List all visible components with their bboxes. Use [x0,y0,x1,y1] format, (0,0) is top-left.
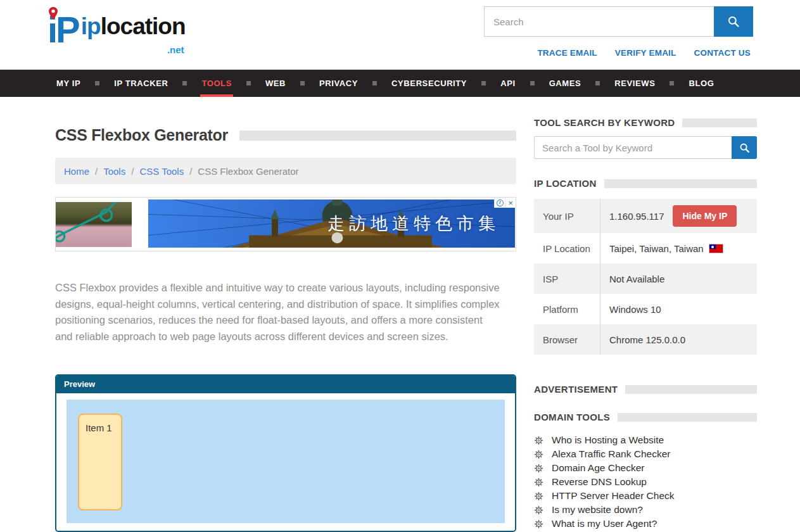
ad-image-right[interactable]: 走訪地道特色市集 [148,200,515,248]
table-row: Your IP 1.160.95.117 Hide My IP [534,199,757,233]
tool-search-button[interactable] [732,136,757,159]
nav-separator [372,81,377,86]
domain-tools-heading: DOMAIN TOOLS [534,412,757,422]
nav-item-reviews[interactable]: REVIEWS [613,70,656,97]
page-title: CSS Flexbox Generator [55,126,228,144]
row-value: 1.160.95.117 Hide My IP [600,205,757,227]
ad-image-left[interactable] [56,202,132,247]
site-logo[interactable]: iP iplocation .net [48,5,186,63]
main-column: CSS Flexbox Generator Home / Tools / CSS… [55,97,516,532]
platform-value: Windows 10 [609,304,661,315]
nav-separator [300,81,305,86]
tool-description: CSS Flexbox provides a flexible and intu… [55,280,502,345]
row-value: Windows 10 [600,304,757,315]
nav-separator [246,81,251,86]
nav-item-web[interactable]: WEB [264,70,287,97]
ad-route-art [56,202,132,247]
tool-search-input[interactable] [534,136,732,159]
gear-icon [534,491,543,501]
breadcrumb-css-tools[interactable]: CSS Tools [139,166,184,177]
contact-us-link[interactable]: CONTACT US [694,48,751,58]
list-item: Is my website down? [534,503,757,517]
trace-email-link[interactable]: TRACE EMAIL [537,48,597,58]
isp-value: Not Available [609,274,664,284]
domain-tool-link[interactable]: Alexa Traffic Rank Checker [552,448,671,460]
advertisement-heading: ADVERTISEMENT [534,384,757,395]
row-label: IP Location [534,233,600,263]
row-value: Chrome 125.0.0.0 [600,334,757,345]
breadcrumb-home[interactable]: Home [64,166,89,177]
row-label: Your IP [534,199,600,233]
gear-icon [534,464,543,473]
domain-tool-link[interactable]: Domain Age Checker [552,462,644,474]
domain-tool-link[interactable]: Reverse DNS Lookup [552,476,647,488]
flex-preview-item[interactable]: Item 1 [78,414,122,510]
row-label: Platform [534,294,600,324]
taiwan-flag-icon [709,244,723,253]
breadcrumb-separator: / [95,166,98,177]
nav-item-my-ip[interactable]: MY IP [55,70,82,97]
ip-location-table: Your IP 1.160.95.117 Hide My IP IP Locat… [534,199,757,355]
nav-separator [481,81,486,86]
domain-tool-link[interactable]: Is my website down? [552,504,643,516]
ad-banner[interactable]: 走訪地道特色市集 i × [55,197,516,251]
nav-separator [530,81,535,86]
table-row: Browser Chrome 125.0.0.0 [534,324,757,355]
tool-search-heading: TOOL SEARCH BY KEYWORD [534,117,757,128]
header-search-input[interactable] [484,6,714,37]
row-label: ISP [534,263,600,294]
preview-header: Preview [56,376,515,393]
breadcrumb-separator: / [189,166,192,177]
list-item: What is my User Agent? [534,517,757,531]
breadcrumb-tools[interactable]: Tools [103,166,125,177]
preview-card: Preview Item 1 [55,374,516,532]
nav-item-tools[interactable]: TOOLS [200,70,233,97]
location-pin-icon [48,6,58,20]
title-row: CSS Flexbox Generator [55,126,516,144]
domain-tool-link[interactable]: What is my User Agent? [552,518,657,529]
gear-icon [534,450,543,459]
flex-preview-container: Item 1 [67,400,505,523]
ad-info-icon[interactable]: i [494,198,505,208]
list-item: Reverse DNS Lookup [534,475,757,489]
gear-icon [534,436,543,445]
ad-info-glyph: i [497,200,504,206]
hide-my-ip-button[interactable]: Hide My IP [673,205,737,227]
ip-location-heading: IP LOCATION [534,178,757,189]
verify-email-link[interactable]: VERIFY EMAIL [615,48,676,58]
header-search [484,6,753,37]
domain-tools-heading-text: DOMAIN TOOLS [534,412,610,422]
ad-close-icon[interactable]: × [505,198,516,208]
row-value: Taipei, Taiwan, Taiwan [600,243,757,254]
logo-location-text: location [101,13,186,39]
domain-tool-link[interactable]: HTTP Server Header Check [552,490,675,502]
nav-item-api[interactable]: API [499,70,516,97]
ip-location-heading-text: IP LOCATION [534,178,597,189]
breadcrumb-separator: / [131,166,134,177]
flag-sun [711,246,714,248]
nav-separator [670,81,674,86]
nav-item-games[interactable]: GAMES [548,70,583,97]
preview-body: Item 1 [56,393,515,531]
header-links: TRACE EMAIL VERIFY EMAIL CONTACT US [537,48,751,58]
table-row: IP Location Taipei, Taiwan, Taiwan [534,233,757,263]
header-search-button[interactable] [714,6,753,37]
ad-overlay-text: 走訪地道特色市集 [327,212,500,235]
domain-tool-link[interactable]: Who is Hosting a Website [552,434,664,446]
heading-bar [618,413,757,422]
nav-item-blog[interactable]: BLOG [687,70,715,97]
tool-search [534,136,757,159]
title-decorative-bar [239,130,516,141]
nav-item-ip-tracker[interactable]: IP TRACKER [113,70,169,97]
nav-item-privacy[interactable]: PRIVACY [318,70,359,97]
main-nav: MY IP IP TRACKER TOOLS WEB PRIVACY CYBER… [0,70,800,97]
list-item: Alexa Traffic Rank Checker [534,447,757,461]
table-row: Platform Windows 10 [534,294,757,324]
row-label: Browser [534,324,600,355]
logo-wordmark: iplocation .net [81,5,186,63]
site-header: iP iplocation .net TRACE EMAIL VERIFY EM… [0,0,800,70]
logo-mark: iP [48,5,79,51]
nav-item-cybersecurity[interactable]: CYBERSECURITY [390,70,468,97]
gear-icon [534,478,543,487]
logo-tld-text: .net [81,37,186,63]
